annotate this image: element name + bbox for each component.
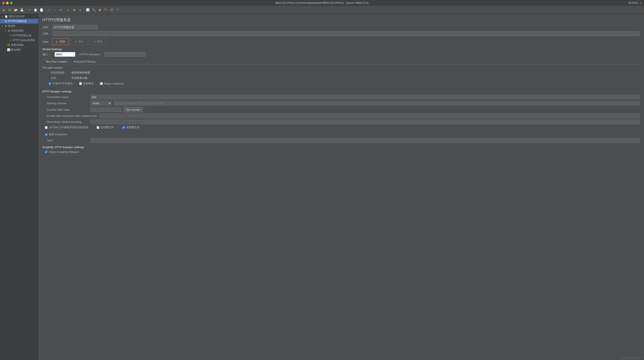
keepalive-checkbox[interactable] (45, 133, 48, 136)
name-row: 名称： (42, 25, 640, 30)
separator-4 (84, 8, 84, 12)
default-encoding-input[interactable] (90, 119, 640, 124)
https-domains-input[interactable] (104, 52, 146, 57)
transaction-name-row: ⋮⋮ Transaction name (42, 95, 640, 99)
help-toolbar-btn[interactable]: ？ (115, 7, 120, 13)
sidebar-item-label-aggregate: 聚合报告 (11, 48, 37, 52)
record-http-label: 记录HTTP信息头 (52, 82, 73, 85)
auto-redirect-label: 自动重定向 (100, 125, 114, 129)
naming-scheme-row: Naming scheme Prefix Transaction Default (42, 101, 640, 106)
sidebar-item-http-proxy[interactable]: ⚙ HTTP代理服务器 (0, 19, 38, 24)
sidebar-item-test-plan[interactable]: ▼ 📋 测试计划-DAP (0, 14, 38, 19)
stop-toolbar-btn[interactable]: ■ (72, 7, 77, 13)
sidebar-item-label-http-defaults: HTTP请求默认值 (12, 34, 37, 37)
copy-toolbar-btn[interactable]: 📋 (33, 7, 38, 13)
http-cookie-icon: ✕ (10, 39, 12, 42)
default-encoding-row: Recording's default encoding (42, 119, 640, 124)
restart-button-label: 重启 (97, 40, 102, 44)
sidebar-item-http-defaults[interactable]: ✕ HTTP请求默认值 (0, 33, 38, 38)
clear-toolbar-btn[interactable]: ✏ (58, 7, 64, 13)
cut-toolbar-btn[interactable]: ✂ (27, 7, 32, 13)
naming-scheme-label: Naming scheme (47, 102, 88, 105)
new-toolbar-btn[interactable]: 🌿 (7, 7, 12, 13)
open-toolbar-btn[interactable]: 📂 (13, 7, 18, 13)
tab-requests-filtering[interactable]: Requests Filtering (70, 59, 98, 64)
global-settings-title: Global Settings (42, 48, 640, 51)
close-button[interactable] (2, 2, 5, 4)
tab-test-plan-creation[interactable]: Test Plan Creation (42, 59, 70, 64)
drag-handle-transaction[interactable]: ⋮⋮ (42, 95, 45, 99)
title-bar: 测试计划-DAP.jmx (/Users/sunlijuan/jmeter/测试… (0, 0, 644, 6)
sidebar-item-recording-controller[interactable]: ▼ ⚙ 录制控制器 (0, 28, 38, 33)
grid-toolbar-btn[interactable]: ⊞ (1, 7, 6, 13)
maximize-button[interactable] (10, 2, 12, 4)
shutdown-toolbar-btn[interactable]: ● (77, 7, 83, 13)
expand-arrow-recording: ▼ (4, 30, 6, 32)
naming-hint-input[interactable] (114, 101, 640, 106)
sidebar-item-thread-group[interactable]: ▼ ⚙ 线程组 (0, 24, 38, 28)
https-domains-label: HTTPS Domains: (80, 53, 100, 56)
name-input[interactable] (52, 25, 98, 30)
port-label: 端口： (42, 53, 50, 56)
content-area: HTTP代理服务器 名称： 注释： State ▶ 启动 ⏸ 停止 ↺ 重启 (38, 14, 644, 360)
expand-arrow-test-plan: ▼ (1, 15, 3, 18)
comment-label: 注释： (42, 32, 51, 36)
bottom-credit: CSDN @monkey01127 (620, 357, 642, 359)
add-assertion-checkbox[interactable] (79, 82, 82, 85)
type-input[interactable] (90, 138, 640, 143)
comment-input[interactable] (52, 31, 640, 36)
list-toolbar-btn[interactable]: ☰ (109, 7, 114, 13)
save-toolbar-btn[interactable]: 💾 (19, 7, 24, 13)
detect-graphql-checkbox[interactable] (45, 151, 48, 153)
monitor-toolbar-btn[interactable]: 📊 (85, 7, 90, 13)
plugin1-toolbar-btn[interactable]: ⚡ (97, 7, 102, 13)
counter-start-input[interactable] (90, 107, 122, 112)
paste-toolbar-btn[interactable]: 📄 (39, 7, 44, 13)
run-toolbar-btn[interactable]: ▶ (66, 7, 71, 13)
minimize-button[interactable] (6, 2, 9, 4)
separator-2 (45, 8, 46, 12)
record-http-checkbox-row: 记录HTTP信息头 (48, 82, 73, 85)
type-row: Type: (42, 138, 640, 143)
naming-scheme-select[interactable]: Prefix Transaction Default (90, 101, 112, 106)
play-icon: ▶ (56, 40, 58, 43)
remove-toolbar-btn[interactable]: − (52, 7, 58, 13)
type-label: Type: (47, 139, 88, 142)
sidebar-item-label-http-cookie: HTTP Cookie管理器 (12, 39, 37, 42)
stop-button[interactable]: ⏸ 停止 (71, 38, 88, 45)
record-http-checkbox[interactable] (48, 82, 51, 85)
sidebar-item-aggregate-report[interactable]: 📊 聚合报告 (0, 47, 38, 52)
sidebar-item-label-http-proxy: HTTP代理服务器 (8, 20, 37, 23)
http-proxy-icon: ⚙ (4, 20, 7, 23)
window-controls[interactable] (2, 2, 12, 4)
target-controller-label: 目标控制器： (51, 71, 69, 75)
auto-redirect-checkbox[interactable] (96, 126, 99, 129)
fetch-checkboxes-row: 从HTML文件获取所有内含的资源 自动重定向 跟随重定向 (45, 125, 640, 131)
add-toolbar-btn[interactable]: + (46, 7, 52, 13)
set-counter-button[interactable]: Set counter (124, 107, 143, 112)
sidebar-item-view-results[interactable]: 🌿 查看结果树 (0, 43, 38, 47)
follow-redirect-checkbox[interactable] (122, 126, 125, 129)
transaction-name-input[interactable] (90, 95, 640, 99)
restart-button[interactable]: ↺ 重启 (90, 38, 106, 45)
sidebar-item-label-recording: 录制控制器 (11, 29, 37, 33)
plugin2-toolbar-btn[interactable]: 🔌 (103, 7, 108, 13)
regex-matching-label: Regex matching (104, 82, 124, 85)
keepalive-label: 使用 KeepAlive (49, 133, 67, 136)
timer-display: 00:00:01 (628, 2, 638, 4)
port-input[interactable] (54, 52, 75, 57)
regex-matching-checkbox[interactable] (100, 82, 103, 85)
sidebar-item-http-cookie[interactable]: ✕ HTTP Cookie管理器 (0, 38, 38, 43)
create-transaction-row: Create new transaction after request (ms… (42, 113, 640, 118)
remote-toolbar-btn[interactable]: 🔧 (91, 7, 96, 13)
keepalive-row: 使用 KeepAlive (45, 133, 640, 136)
fetch-html-checkbox[interactable] (45, 126, 48, 129)
tabs-container: Test Plan Creation Requests Filtering (42, 59, 640, 64)
name-label: 名称： (42, 26, 51, 29)
counter-row: Counter start value Set counter (42, 107, 640, 112)
start-button[interactable]: ▶ 启动 (52, 38, 69, 45)
create-transaction-input[interactable] (100, 113, 640, 118)
checkboxes-row: 记录HTTP信息头 添加断言 Regex matching (48, 82, 640, 87)
follow-redirect-checkbox-row: 跟随重定向 (122, 125, 140, 129)
target-controller-row: 目标控制器： 使用录制控制器 (42, 71, 640, 75)
